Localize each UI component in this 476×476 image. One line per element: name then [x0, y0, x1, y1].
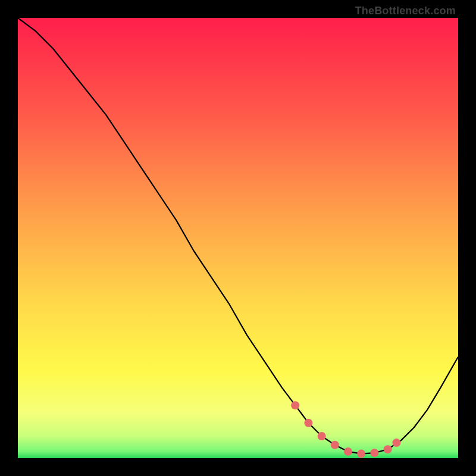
watermark-text: TheBottleneck.com — [355, 5, 456, 17]
data-marker — [331, 441, 339, 449]
data-marker — [318, 432, 326, 440]
data-marker — [370, 449, 378, 457]
gradient-background — [18, 18, 458, 458]
chart-svg — [18, 18, 458, 458]
data-marker — [291, 401, 299, 409]
data-marker — [384, 445, 392, 453]
chart-area — [18, 18, 458, 458]
data-marker — [344, 447, 352, 456]
data-marker — [357, 450, 365, 458]
data-marker — [392, 439, 400, 447]
data-marker — [304, 419, 312, 427]
